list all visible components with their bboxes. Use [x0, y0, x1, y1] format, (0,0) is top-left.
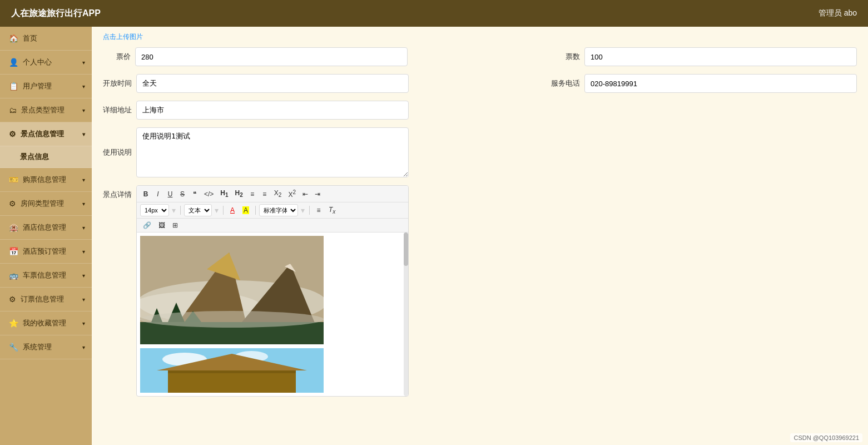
sidebar-item-personal[interactable]: 👤 个人中心 ▾ [0, 51, 92, 75]
sidebar-item-order-mgmt[interactable]: ⚙ 订票信息管理 ▾ [0, 288, 92, 312]
rich-text-editor: B I U S ❝ </> H1 H2 ≡ ≡ X2 X2 ⇤ ⇥ [136, 185, 409, 397]
font-bgcolor-button[interactable]: A [240, 205, 252, 215]
hotel-icon: 🏨 [9, 223, 18, 232]
image-button[interactable]: 🖼 [156, 220, 168, 230]
sidebar-label-personal: 个人中心 [23, 57, 52, 67]
sidebar-item-home[interactable]: 🏠 首页 [0, 27, 92, 51]
chevron-down-icon: ▾ [82, 344, 85, 350]
clear-format-button[interactable]: Tx [326, 205, 338, 216]
editor-scrollbar[interactable] [404, 233, 408, 396]
form-row-usage-desc: 使用说明 使用说明1测试 [103, 127, 857, 177]
bus-icon: 🚌 [9, 271, 18, 280]
toolbar-row2: 14px 12px 16px 18px ▾ 文本 ▾ A A [137, 202, 408, 219]
editor-body[interactable] [137, 233, 408, 396]
h2-button[interactable]: H2 [232, 188, 246, 199]
font-color-button[interactable]: A [227, 205, 238, 215]
sidebar-item-hotel-booking-mgmt[interactable]: 📅 酒店预订管理 ▾ [0, 240, 92, 264]
separator [309, 206, 310, 215]
scrollbar-thumb[interactable] [404, 233, 408, 266]
app-title: 人在旅途旅行出行APP [11, 8, 101, 19]
system-icon: 🔧 [9, 343, 18, 352]
text-style-select[interactable]: 文本 [184, 204, 212, 216]
italic-button[interactable]: I [152, 189, 163, 199]
spot-detail-label: 景点详情 [103, 185, 132, 200]
room-type-icon: ⚙ [9, 199, 16, 208]
link-button[interactable]: 🔗 [140, 220, 154, 230]
toolbar-row1: B I U S ❝ </> H1 H2 ≡ ≡ X2 X2 ⇤ ⇥ [137, 186, 408, 202]
upload-hint[interactable]: 点击上传图片 [103, 32, 857, 42]
svg-rect-17 [168, 370, 296, 373]
person-icon: 👤 [9, 58, 18, 67]
font-size-select[interactable]: 14px 12px 16px 18px [140, 204, 169, 216]
form-group-phone: 服务电话 [551, 74, 857, 93]
sidebar-label-favorites-mgmt: 我的收藏管理 [23, 318, 66, 328]
sidebar-item-spot-type-mgmt[interactable]: 🗂 景点类型管理 ▾ [0, 98, 92, 122]
sidebar-item-hotel-info-mgmt[interactable]: 🏨 酒店信息管理 ▾ [0, 216, 92, 240]
form-group-open-time: 开放时间 [103, 74, 409, 93]
open-time-input[interactable] [136, 74, 409, 93]
svg-rect-15 [168, 370, 296, 393]
underline-button[interactable]: U [165, 189, 176, 199]
subscript-button[interactable]: X2 [271, 188, 285, 199]
sidebar-item-ticket-mgmt[interactable]: 🎫 购票信息管理 ▾ [0, 168, 92, 192]
code-button[interactable]: </> [201, 189, 216, 199]
sidebar-item-user-mgmt[interactable]: 📋 用户管理 ▾ [0, 75, 92, 98]
spot-detail-section: 景点详情 B I U S ❝ </> H1 H2 ≡ ≡ X2 X2 ⇤ [103, 185, 857, 397]
user-info: 管理员 abo [819, 8, 857, 18]
sidebar-item-room-type-mgmt[interactable]: ⚙ 房间类型管理 ▾ [0, 192, 92, 216]
sidebar-label-spot-info-mgmt: 景点信息管理 [21, 129, 64, 139]
ul-button[interactable]: ≡ [259, 189, 270, 199]
form-group-count: 票数 [552, 47, 857, 66]
form-row-price-count: 票价 票数 [103, 47, 857, 66]
ticket-icon: 🎫 [9, 175, 18, 184]
star-icon: ⭐ [9, 319, 18, 328]
superscript-button[interactable]: X2 [285, 188, 299, 200]
chevron-down-icon: ▾ [82, 83, 85, 90]
chevron-down-icon: ▾ [82, 60, 85, 66]
separator [223, 206, 224, 215]
sidebar-item-bus-ticket-mgmt[interactable]: 🚌 车票信息管理 ▾ [0, 264, 92, 288]
sidebar-item-system-mgmt[interactable]: 🔧 系统管理 ▾ [0, 335, 92, 359]
svg-point-11 [140, 311, 324, 328]
sidebar-item-spot-info-mgmt[interactable]: ⚙ 景点信息管理 ▾ [0, 122, 92, 146]
bold-button[interactable]: B [140, 189, 151, 199]
quote-button[interactable]: ❝ [189, 189, 200, 199]
chevron-down-icon: ▾ [82, 249, 85, 255]
h1-button[interactable]: H1 [217, 188, 231, 199]
ol-button[interactable]: ≡ [247, 189, 258, 199]
separator [255, 206, 256, 215]
address-label: 详细地址 [103, 105, 132, 115]
form-row-time-phone: 开放时间 服务电话 [103, 74, 857, 93]
chevron-down-icon: ▾ [82, 273, 85, 279]
usage-desc-textarea[interactable]: 使用说明1测试 [136, 127, 409, 177]
service-phone-label: 服务电话 [551, 78, 580, 88]
watermark: CSDN @QQ103969221 [790, 433, 862, 442]
mountain-image [140, 236, 324, 344]
font-family-select[interactable]: 标准字体 [259, 204, 298, 216]
user-mgmt-icon: 📋 [9, 82, 18, 91]
indent-left-button[interactable]: ⇤ [300, 189, 311, 199]
align-left-button[interactable]: ≡ [313, 205, 324, 215]
indent-right-button[interactable]: ⇥ [312, 189, 323, 199]
ticket-price-label: 票价 [103, 52, 131, 62]
ticket-count-input[interactable] [584, 47, 857, 66]
building-image [140, 348, 324, 393]
separator [180, 206, 181, 215]
open-time-label: 开放时间 [103, 78, 132, 88]
strikethrough-button[interactable]: S [177, 189, 188, 199]
form-group-usage-desc: 使用说明 使用说明1测试 [103, 127, 409, 177]
order-icon: ⚙ [9, 295, 16, 304]
form-group-price: 票价 [103, 47, 408, 66]
sidebar-label-system-mgmt: 系统管理 [23, 342, 52, 352]
address-input[interactable] [136, 101, 409, 120]
table-button[interactable]: ⊞ [170, 220, 181, 230]
sidebar-item-spot-info[interactable]: 景点信息 [0, 146, 92, 168]
sidebar-item-favorites-mgmt[interactable]: ⭐ 我的收藏管理 ▾ [0, 312, 92, 335]
chevron-down-icon: ▾ [82, 320, 85, 327]
sidebar-label-bus-ticket-mgmt: 车票信息管理 [23, 270, 66, 280]
service-phone-input[interactable] [584, 74, 857, 93]
ticket-price-input[interactable] [135, 47, 408, 66]
sidebar-label-ticket-mgmt: 购票信息管理 [23, 175, 66, 185]
main-content: 点击上传图片 票价 票数 开放时间 服务电话 [92, 27, 868, 445]
sidebar-label-home: 首页 [23, 33, 37, 43]
